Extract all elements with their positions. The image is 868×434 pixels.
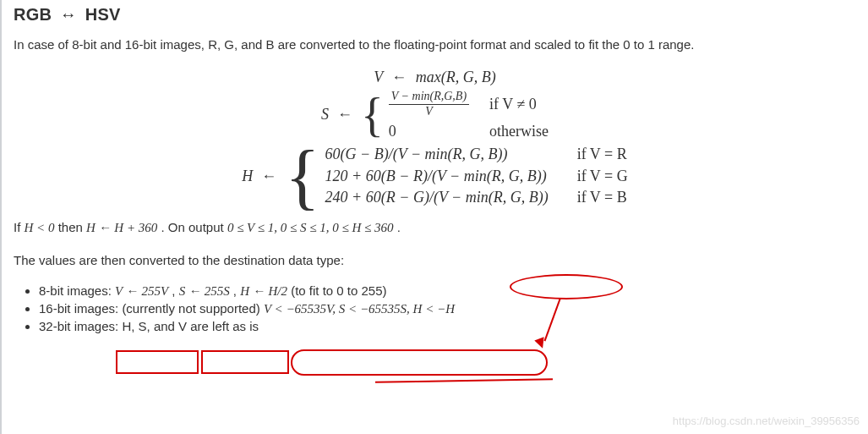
eq-h-case1: 60(G − B)/(V − min(R, G, B)): [325, 146, 549, 164]
equation-h: H ← { 60(G − B)/(V − min(R, G, B)) if V …: [14, 146, 856, 207]
eq-h-case2-cond: if V = G: [577, 168, 628, 186]
heading-rhs: HSV: [85, 5, 121, 24]
list-item-16bit: 16-bit images: (currently not supported)…: [39, 301, 856, 316]
b8-h: H ← H/2: [240, 284, 287, 298]
equation-s: S ← { V − min(R,G,B) V if V ≠ 0 0 otherw…: [14, 90, 856, 140]
b16-math: V < −65535V, S < −65535S, H < −H: [264, 302, 455, 316]
eq-h-lhs: H: [242, 168, 253, 186]
intro-paragraph: In case of 8-bit and 16-bit images, R, G…: [14, 36, 856, 53]
wrap-t4: .: [397, 220, 401, 234]
assign-arrow-icon: ←: [261, 168, 276, 186]
b8-v: V ← 255V: [115, 284, 168, 298]
eq-v-lhs: V: [374, 69, 383, 85]
wrap-m2: H ← H + 360: [86, 221, 157, 234]
section-heading: RGB ↔ HSV: [14, 5, 856, 25]
eq-s-cases: V − min(R,G,B) V if V ≠ 0 0 otherwise: [389, 90, 549, 140]
eq-s-lhs: S: [321, 106, 329, 124]
b8-comma1: ,: [172, 283, 178, 298]
annotation-rect-s255: [201, 350, 289, 374]
annotation-rect-v255: [116, 350, 199, 374]
doc-page: RGB ↔ HSV In case of 8-bit and 16-bit im…: [0, 0, 868, 434]
b8-s: S ← 255S: [179, 284, 230, 298]
list-item-8bit: 8-bit images: V ← 255V , S ← 255S , H ← …: [39, 283, 856, 299]
wrap-m4: 0 ≤ H ≤ 360: [332, 221, 393, 234]
assign-arrow-icon: ←: [337, 106, 352, 124]
range-paragraph: If H < 0 then H ← H + 360 . On output 0 …: [14, 219, 856, 237]
convert-intro: The values are then converted to the des…: [14, 252, 856, 269]
b8-tail: (to fit to 0 to 255): [291, 283, 386, 298]
b16-label: 16-bit images: (currently not supported): [39, 301, 264, 316]
wrap-t2: then: [58, 220, 86, 234]
heading-lhs: RGB: [14, 5, 52, 24]
eq-h-case1-cond: if V = R: [577, 146, 628, 164]
wrap-m1: H < 0: [25, 221, 55, 234]
eq-s-case1-num: V − min(R,G,B): [389, 90, 469, 104]
annotation-arrow-head-icon: [534, 337, 547, 349]
eq-s-case2-cond: otherwise: [489, 123, 549, 141]
left-brace-icon: {: [361, 97, 384, 133]
list-item-32bit: 32-bit images: H, S, and V are left as i…: [39, 319, 856, 333]
wrap-t3: . On output: [161, 220, 227, 234]
wrap-t1: If: [14, 220, 25, 234]
convert-list: 8-bit images: V ← 255V , S ← 255S , H ← …: [39, 283, 856, 333]
eq-s-case2: 0: [389, 123, 469, 141]
eq-s-case1-frac: V − min(R,G,B) V: [389, 90, 469, 119]
eq-s-case1-den: V: [389, 104, 469, 119]
bidirectional-arrow-icon: ↔: [60, 5, 77, 24]
eq-s-case1-cond: if V ≠ 0: [489, 96, 549, 114]
equation-v: V ← max(R, G, B): [14, 69, 856, 87]
watermark-text: https://blog.csdn.net/weixin_39956356: [673, 415, 860, 427]
assign-arrow-icon: ←: [391, 69, 407, 85]
annotation-circle-h2: [291, 349, 548, 376]
wrap-m3: 0 ≤ V ≤ 1, 0 ≤ S ≤ 1,: [227, 221, 332, 234]
left-brace-icon: {: [285, 149, 319, 204]
eq-h-cases: 60(G − B)/(V − min(R, G, B)) if V = R 12…: [325, 146, 628, 207]
eq-v-rhs: max(R, G, B): [416, 69, 496, 85]
annotation-strikethrough: [375, 378, 553, 383]
eq-h-case2: 120 + 60(B − R)/(V − min(R, G, B)): [325, 168, 549, 186]
eq-h-case3: 240 + 60(R − G)/(V − min(R, G, B)): [325, 189, 549, 207]
b8-comma2: ,: [233, 283, 240, 298]
b8-label: 8-bit images:: [39, 283, 115, 298]
eq-h-case3-cond: if V = B: [577, 189, 628, 207]
